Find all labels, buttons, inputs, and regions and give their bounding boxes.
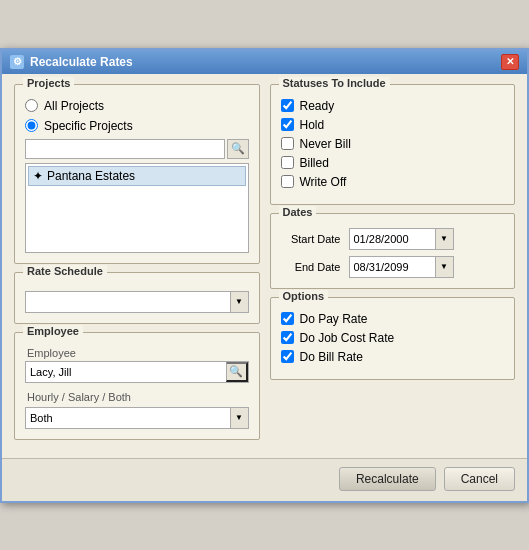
status-ready-row[interactable]: Ready — [281, 99, 505, 113]
status-neverbill-checkbox[interactable] — [281, 137, 294, 150]
close-button[interactable]: ✕ — [501, 54, 519, 70]
start-date-row: Start Date ▼ — [281, 228, 505, 250]
cancel-button[interactable]: Cancel — [444, 467, 515, 491]
end-date-dropdown-button[interactable]: ▼ — [435, 257, 453, 277]
status-hold-label[interactable]: Hold — [300, 118, 325, 132]
all-projects-label[interactable]: All Projects — [44, 99, 104, 113]
option-payrate-label[interactable]: Do Pay Rate — [300, 312, 368, 326]
left-column: Projects All Projects Specific Projects … — [14, 84, 260, 448]
start-date-label: Start Date — [281, 233, 341, 245]
start-date-input-wrap: ▼ — [349, 228, 454, 250]
option-billrate-checkbox[interactable] — [281, 350, 294, 363]
projects-group: Projects All Projects Specific Projects … — [14, 84, 260, 264]
statuses-group-label: Statuses To Include — [279, 77, 390, 89]
option-jobcost-label[interactable]: Do Job Cost Rate — [300, 331, 395, 345]
status-neverbill-label[interactable]: Never Bill — [300, 137, 351, 151]
end-date-input-wrap: ▼ — [349, 256, 454, 278]
status-hold-checkbox[interactable] — [281, 118, 294, 131]
status-ready-checkbox[interactable] — [281, 99, 294, 112]
right-column: Statuses To Include Ready Hold Never Bil… — [270, 84, 516, 448]
options-group: Options Do Pay Rate Do Job Cost Rate Do … — [270, 297, 516, 380]
status-ready-label[interactable]: Ready — [300, 99, 335, 113]
window-icon: ⚙ — [10, 55, 24, 69]
project-name: Pantana Estates — [47, 169, 135, 183]
start-date-input[interactable] — [350, 232, 435, 246]
employee-input-wrap: 🔍 — [25, 361, 249, 383]
all-projects-radio[interactable] — [25, 99, 38, 112]
dialog-content: Projects All Projects Specific Projects … — [2, 74, 527, 458]
employee-field-label: Employee — [25, 347, 249, 359]
end-date-label: End Date — [281, 261, 341, 273]
all-projects-row[interactable]: All Projects — [25, 99, 249, 113]
dates-group: Dates Start Date ▼ End Date — [270, 213, 516, 289]
hourly-arrow-icon: ▼ — [230, 408, 248, 428]
specific-projects-row[interactable]: Specific Projects — [25, 119, 249, 133]
rate-schedule-select[interactable] — [26, 292, 230, 312]
hourly-salary-select[interactable]: Both Hourly Salary — [26, 408, 230, 428]
project-search-input[interactable] — [25, 139, 225, 159]
option-payrate-checkbox[interactable] — [281, 312, 294, 325]
specific-projects-label[interactable]: Specific Projects — [44, 119, 133, 133]
status-writeoff-row[interactable]: Write Off — [281, 175, 505, 189]
window-title: Recalculate Rates — [30, 55, 133, 69]
status-neverbill-row[interactable]: Never Bill — [281, 137, 505, 151]
status-writeoff-checkbox[interactable] — [281, 175, 294, 188]
project-search-button[interactable]: 🔍 — [227, 139, 249, 159]
option-billrate-row[interactable]: Do Bill Rate — [281, 350, 505, 364]
title-bar: ⚙ Recalculate Rates ✕ — [2, 50, 527, 74]
project-list[interactable]: ✦ Pantana Estates — [25, 163, 249, 253]
rate-schedule-label: Rate Schedule — [23, 265, 107, 277]
status-writeoff-label[interactable]: Write Off — [300, 175, 347, 189]
employee-group-label: Employee — [23, 325, 83, 337]
rate-schedule-group: Rate Schedule ▼ — [14, 272, 260, 324]
hourly-salary-label: Hourly / Salary / Both — [25, 391, 249, 403]
employee-group: Employee Employee 🔍 Hourly / Salary / Bo… — [14, 332, 260, 440]
recalculate-button[interactable]: Recalculate — [339, 467, 436, 491]
employee-search-button[interactable]: 🔍 — [226, 362, 248, 382]
projects-group-label: Projects — [23, 77, 74, 89]
employee-input[interactable] — [26, 365, 226, 379]
recalculate-rates-dialog: ⚙ Recalculate Rates ✕ Projects All Proje… — [0, 48, 529, 503]
status-billed-checkbox[interactable] — [281, 156, 294, 169]
dialog-footer: Recalculate Cancel — [2, 458, 527, 501]
specific-projects-radio[interactable] — [25, 119, 38, 132]
project-search-row: 🔍 — [25, 139, 249, 159]
status-hold-row[interactable]: Hold — [281, 118, 505, 132]
option-jobcost-checkbox[interactable] — [281, 331, 294, 344]
start-date-dropdown-button[interactable]: ▼ — [435, 229, 453, 249]
rate-schedule-arrow-icon: ▼ — [230, 292, 248, 312]
project-prefix: ✦ — [33, 169, 43, 183]
end-date-row: End Date ▼ — [281, 256, 505, 278]
statuses-group: Statuses To Include Ready Hold Never Bil… — [270, 84, 516, 205]
dates-grid: Start Date ▼ End Date ▼ — [281, 228, 505, 278]
rate-schedule-select-wrap[interactable]: ▼ — [25, 291, 249, 313]
option-payrate-row[interactable]: Do Pay Rate — [281, 312, 505, 326]
status-billed-label[interactable]: Billed — [300, 156, 329, 170]
options-group-label: Options — [279, 290, 329, 302]
dates-group-label: Dates — [279, 206, 317, 218]
status-billed-row[interactable]: Billed — [281, 156, 505, 170]
main-columns: Projects All Projects Specific Projects … — [14, 84, 515, 448]
option-jobcost-row[interactable]: Do Job Cost Rate — [281, 331, 505, 345]
option-billrate-label[interactable]: Do Bill Rate — [300, 350, 363, 364]
list-item[interactable]: ✦ Pantana Estates — [28, 166, 246, 186]
end-date-input[interactable] — [350, 260, 435, 274]
hourly-select-wrap[interactable]: Both Hourly Salary ▼ — [25, 407, 249, 429]
